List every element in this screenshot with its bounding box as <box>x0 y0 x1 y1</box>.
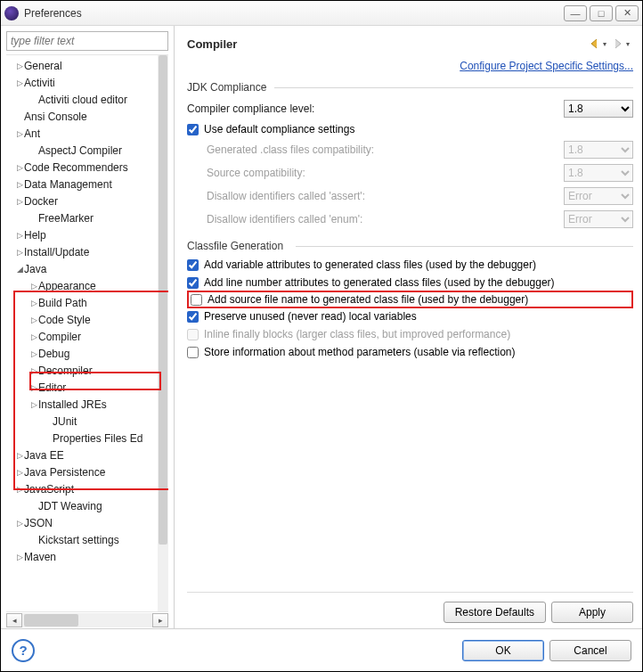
expand-icon[interactable]: ▷ <box>15 129 24 138</box>
tree-item[interactable]: FreeMarker <box>6 209 158 226</box>
project-settings-link[interactable]: Configure Project Specific Settings... <box>460 60 633 72</box>
expand-icon[interactable]: ▷ <box>29 282 38 291</box>
generated-compat-select: 1.8 <box>564 141 633 159</box>
expand-icon[interactable]: ▷ <box>29 299 38 307</box>
tree-item[interactable]: ▷Appearance <box>6 277 158 294</box>
help-button[interactable]: ? <box>12 639 35 662</box>
tree-item[interactable]: ▷Maven <box>6 548 158 565</box>
expand-icon[interactable]: ▷ <box>29 366 38 375</box>
tree-item-label: Properties Files Ed <box>53 432 142 445</box>
back-menu[interactable]: ▾ <box>603 40 610 48</box>
compliance-level-select[interactable]: 1.8 <box>564 100 633 118</box>
disallow-enum-select: Error <box>564 210 633 228</box>
add-source-filename-label: Add source file name to generated class … <box>208 293 528 306</box>
restore-defaults-button[interactable]: Restore Defaults <box>444 602 546 623</box>
tree-item[interactable]: ▷General <box>6 57 158 74</box>
ok-button[interactable]: OK <box>462 640 544 661</box>
add-variable-attrs-label: Add variable attributes to generated cla… <box>204 258 536 271</box>
expand-icon[interactable]: ▷ <box>15 61 24 70</box>
expand-icon[interactable]: ▷ <box>29 316 38 324</box>
expand-icon[interactable]: ▷ <box>15 468 24 477</box>
apply-button[interactable]: Apply <box>551 602 633 623</box>
tree-item[interactable]: Properties Files Ed <box>6 430 158 447</box>
tree-item-label: Maven <box>24 551 56 563</box>
tree-scroll-right[interactable]: ▸ <box>152 613 168 627</box>
tree-item-label: Java Persistence <box>24 466 105 479</box>
tree-item[interactable]: ▷Installed JREs <box>6 396 158 413</box>
tree-item[interactable]: JUnit <box>6 413 158 430</box>
expand-icon[interactable]: ▷ <box>29 349 38 358</box>
tree-item-label: Help <box>24 229 46 242</box>
tree-item[interactable]: ▷JSON <box>6 514 158 531</box>
preserve-unused-checkbox[interactable] <box>187 311 199 323</box>
settings-pane: Compiler ▾ ▾ Configure Project Specific … <box>175 26 642 628</box>
disallow-assert-select: Error <box>564 187 633 205</box>
tree-item[interactable]: AspectJ Compiler <box>6 142 158 159</box>
expand-icon[interactable]: ▷ <box>15 197 24 206</box>
tree-scrollbar-vertical[interactable] <box>158 55 168 611</box>
expand-icon[interactable]: ▷ <box>29 400 38 409</box>
jdk-compliance-group: JDK Compliance <box>187 81 633 94</box>
tree-item[interactable]: Activiti cloud editor <box>6 91 158 108</box>
add-variable-attrs-checkbox[interactable] <box>187 259 199 271</box>
expand-icon[interactable]: ▷ <box>15 231 24 240</box>
expand-icon[interactable]: ▷ <box>15 248 24 257</box>
close-button[interactable]: ✕ <box>615 5 639 21</box>
tree-item[interactable]: ▷Code Style <box>6 311 158 328</box>
minimize-button[interactable]: ― <box>564 5 587 21</box>
filter-input[interactable] <box>6 31 168 51</box>
tree-item[interactable]: ▷Compiler <box>6 328 158 345</box>
expand-icon[interactable]: ▷ <box>15 163 24 172</box>
expand-icon[interactable]: ▷ <box>15 451 24 460</box>
tree-item-label: Kickstart settings <box>38 534 119 546</box>
expand-icon[interactable]: ▷ <box>15 78 24 87</box>
tree-item[interactable]: ▷Ant <box>6 125 158 142</box>
tree-item[interactable]: ▷Docker <box>6 193 158 209</box>
tree-item[interactable]: ▷Debug <box>6 345 158 362</box>
page-title: Compiler <box>187 37 237 51</box>
tree-item[interactable]: ▷Data Management <box>6 176 158 193</box>
tree-scroll-left[interactable]: ◂ <box>6 613 22 627</box>
expand-icon[interactable]: ▷ <box>15 485 24 494</box>
expand-icon[interactable]: ▷ <box>29 332 38 341</box>
tree-item[interactable]: ▷Activiti <box>6 74 158 91</box>
add-source-filename-checkbox[interactable] <box>191 294 202 306</box>
tree-item[interactable]: ▷Java Persistence <box>6 463 158 480</box>
tree-item[interactable]: JDT Weaving <box>6 497 158 514</box>
tree-item-label: Decompiler <box>38 365 93 377</box>
store-params-checkbox[interactable] <box>187 347 199 358</box>
tree-item[interactable]: Ansi Console <box>6 108 158 125</box>
tree-item[interactable]: ▷Code Recommenders <box>6 159 158 176</box>
tree-item-label: JUnit <box>53 415 77 428</box>
expand-icon[interactable]: ◢ <box>15 265 24 274</box>
tree-item-label: Java <box>24 263 46 275</box>
tree-item[interactable]: ▷Editor <box>6 379 158 396</box>
forward-icon[interactable] <box>611 37 625 51</box>
use-default-checkbox[interactable] <box>187 124 199 135</box>
source-compat-select: 1.8 <box>564 164 633 182</box>
app-icon <box>4 6 19 20</box>
tree-item[interactable]: ▷Java EE <box>6 447 158 463</box>
add-line-numbers-checkbox[interactable] <box>187 277 199 289</box>
tree-item[interactable]: ▷Build Path <box>6 294 158 311</box>
expand-icon[interactable]: ▷ <box>15 519 24 528</box>
tree-item-label: FreeMarker <box>38 212 94 225</box>
tree-scrollbar-horizontal[interactable] <box>22 613 152 627</box>
cancel-button[interactable]: Cancel <box>549 640 631 661</box>
expand-icon[interactable]: ▷ <box>29 383 38 392</box>
tree-item[interactable]: ▷Install/Update <box>6 243 158 260</box>
forward-menu[interactable]: ▾ <box>626 40 633 48</box>
add-line-numbers-label: Add line number attributes to generated … <box>204 276 555 289</box>
tree-item[interactable]: ▷Help <box>6 226 158 243</box>
expand-icon[interactable]: ▷ <box>15 553 24 561</box>
tree-item-label: AspectJ Compiler <box>38 144 122 157</box>
tree-item[interactable]: Kickstart settings <box>6 531 158 548</box>
inline-finally-label: Inline finally blocks (larger class file… <box>204 328 510 340</box>
maximize-button[interactable]: □ <box>590 5 613 21</box>
tree-item[interactable]: ▷JavaScript <box>6 480 158 497</box>
tree-item[interactable]: ◢Java <box>6 260 158 277</box>
expand-icon[interactable]: ▷ <box>15 180 24 189</box>
back-icon[interactable] <box>588 37 602 51</box>
preference-tree[interactable]: ▷General▷ActivitiActiviti cloud editorAn… <box>6 55 158 611</box>
tree-item[interactable]: ▷Decompiler <box>6 362 158 379</box>
